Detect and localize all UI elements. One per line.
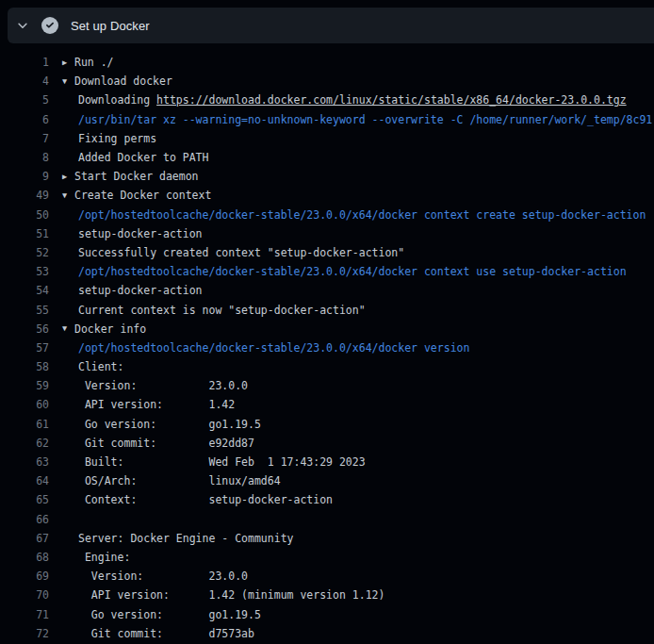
group-title[interactable]: Download docker [74, 74, 172, 88]
line-number[interactable]: 63 [0, 455, 49, 469]
actions-log-page: Set up Docker 1▶Run ./4▼Download docker5… [0, 0, 654, 644]
line-number[interactable]: 69 [0, 570, 49, 583]
line-number[interactable]: 71 [0, 608, 49, 621]
triangle-down-icon[interactable]: ▼ [62, 324, 74, 333]
log-text: Added Docker to PATH [78, 151, 208, 164]
group-title[interactable]: Start Docker daemon [74, 170, 199, 183]
triangle-right-icon[interactable]: ▶ [62, 58, 74, 67]
log-text: Successfully created context "setup-dock… [78, 246, 404, 259]
line-number[interactable]: 67 [0, 532, 49, 545]
log-line-row: 67Server: Docker Engine - Community [0, 529, 654, 548]
chevron-down-icon[interactable] [16, 19, 29, 32]
line-number[interactable]: 55 [0, 304, 49, 317]
log-text: API version: 1.42 (minimum version 1.12) [78, 588, 384, 602]
line-number[interactable]: 51 [0, 227, 49, 240]
line-number[interactable]: 52 [0, 246, 49, 259]
line-number[interactable]: 66 [0, 513, 49, 526]
line-number[interactable]: 57 [0, 341, 49, 355]
step-header[interactable]: Set up Docker [8, 8, 654, 43]
log-line-content: Version: 23.0.0 [49, 570, 248, 583]
line-number[interactable]: 4 [0, 74, 49, 88]
line-number[interactable]: 53 [0, 265, 49, 278]
log-text: Fixing perms [78, 132, 156, 145]
line-number[interactable]: 56 [0, 322, 49, 336]
download-url-link[interactable]: https://download.docker.com/linux/static… [156, 93, 627, 107]
line-number[interactable]: 49 [0, 189, 49, 202]
group-title[interactable]: Create Docker context [74, 189, 211, 202]
log-line-content: Go version: go1.19.5 [49, 608, 261, 621]
line-number[interactable]: 50 [0, 208, 49, 222]
log-text: Version: 23.0.0 [78, 570, 248, 583]
log-line-content: /usr/bin/tar xz --warning=no-unknown-key… [49, 113, 652, 126]
log-line-content: setup-docker-action [49, 227, 203, 240]
log-line-content: ▼Docker info [49, 322, 146, 336]
log-line-row: 72 Git commit: d7573ab [0, 624, 654, 643]
log-line-content: Fixing perms [49, 132, 156, 145]
triangle-down-icon[interactable]: ▼ [62, 191, 74, 200]
triangle-right-icon[interactable]: ▶ [62, 173, 74, 181]
log-group-row[interactable]: 9▶Start Docker daemon [0, 167, 654, 186]
line-number[interactable]: 61 [0, 418, 49, 431]
line-number[interactable]: 60 [0, 398, 49, 411]
log-group-row[interactable]: 4▼Download docker [0, 72, 654, 91]
log-line-row: 6/usr/bin/tar xz --warning=no-unknown-ke… [0, 110, 654, 129]
line-number[interactable]: 8 [0, 151, 49, 164]
line-number[interactable]: 70 [0, 588, 49, 602]
log-group-row[interactable]: 1▶Run ./ [0, 53, 654, 72]
log-line-row: 62 Git commit: e92dd87 [0, 434, 654, 453]
group-title[interactable]: Run ./ [74, 56, 114, 69]
log-text: Go version: go1.19.5 [78, 418, 261, 431]
line-number[interactable]: 65 [0, 493, 49, 506]
log-group-row[interactable]: 56▼Docker info [0, 320, 654, 339]
log-line-row: 50/opt/hostedtoolcache/docker-stable/23.… [0, 206, 654, 224]
log-lines: 1▶Run ./4▼Download docker5Downloading ht… [0, 53, 654, 643]
line-number[interactable]: 68 [0, 551, 49, 564]
command-text: /usr/bin/tar xz --warning=no-unknown-key… [78, 113, 652, 126]
log-line-content: Current context is now "setup-docker-act… [49, 304, 366, 317]
group-title[interactable]: Docker info [74, 322, 146, 336]
command-text: /opt/hostedtoolcache/docker-stable/23.0.… [78, 265, 627, 278]
log-line-content: /opt/hostedtoolcache/docker-stable/23.0.… [49, 208, 646, 222]
log-line-content: Built: Wed Feb 1 17:43:29 2023 [49, 455, 366, 469]
line-number[interactable]: 64 [0, 474, 49, 487]
log-text: Git commit: d7573ab [78, 627, 254, 640]
log-line-row: 65 Context: setup-docker-action [0, 490, 654, 509]
line-number[interactable]: 54 [0, 284, 49, 297]
log-group-row[interactable]: 49▼Create Docker context [0, 186, 654, 205]
log-line-content: ▼Create Docker context [49, 189, 211, 202]
log-line-content: OS/Arch: linux/amd64 [49, 474, 281, 487]
log-line-content: ▶Start Docker daemon [49, 170, 199, 183]
line-number[interactable]: 1 [0, 56, 49, 69]
log-line-content: Added Docker to PATH [49, 151, 208, 164]
line-number[interactable]: 9 [0, 170, 49, 183]
line-number[interactable]: 7 [0, 132, 49, 145]
log-text: OS/Arch: linux/amd64 [78, 474, 281, 487]
log-line-row: 54setup-docker-action [0, 281, 654, 300]
log-line-row: 71 Go version: go1.19.5 [0, 604, 654, 623]
line-number[interactable]: 58 [0, 360, 49, 373]
log-text: setup-docker-action [78, 227, 203, 240]
log-line-content: Go version: go1.19.5 [49, 418, 261, 431]
command-text: /opt/hostedtoolcache/docker-stable/23.0.… [78, 341, 469, 355]
log-line-row: 52Successfully created context "setup-do… [0, 243, 654, 262]
line-number[interactable]: 72 [0, 627, 49, 640]
line-number[interactable]: 62 [0, 437, 49, 450]
log-line-row: 58Client: [0, 357, 654, 376]
log-line-content: Client: [49, 360, 123, 373]
log-text: Client: [78, 360, 123, 373]
log-line-content: /opt/hostedtoolcache/docker-stable/23.0.… [49, 341, 469, 355]
log-line-content: API version: 1.42 (minimum version 1.12) [49, 588, 384, 602]
triangle-down-icon[interactable]: ▼ [62, 77, 74, 86]
line-number[interactable]: 5 [0, 93, 49, 107]
log-line-row: 8Added Docker to PATH [0, 148, 654, 167]
log-text: Git commit: e92dd87 [78, 437, 254, 450]
log-line-content: Git commit: d7573ab [49, 627, 254, 640]
line-number[interactable]: 59 [0, 379, 49, 392]
log-line-content: API version: 1.42 [49, 398, 235, 411]
log-line-row: 53/opt/hostedtoolcache/docker-stable/23.… [0, 262, 654, 281]
log-line-content: Downloading https://download.docker.com/… [49, 93, 627, 107]
line-number[interactable]: 6 [0, 113, 49, 126]
log-line-content: Successfully created context "setup-dock… [49, 246, 404, 259]
log-line-content: Git commit: e92dd87 [49, 437, 254, 450]
log-line-row: 51setup-docker-action [0, 224, 654, 243]
